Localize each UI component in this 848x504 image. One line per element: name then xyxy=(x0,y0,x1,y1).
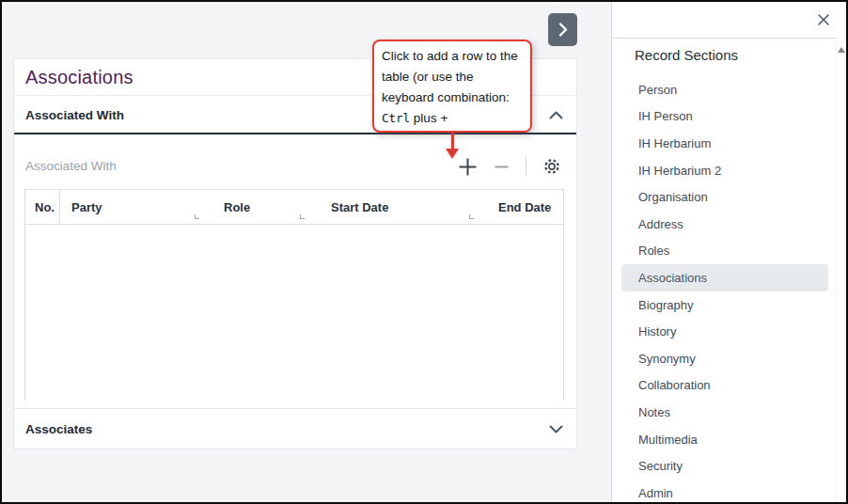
table-body-empty[interactable] xyxy=(25,225,563,401)
sidebar-item-organisation[interactable]: Organisation xyxy=(621,183,828,211)
sidebar-item-ih-herbarium-2[interactable]: IH Herbarium 2 xyxy=(621,157,828,184)
sidebar-item-history[interactable]: History xyxy=(621,318,828,345)
sidebar-item-synonymy[interactable]: Synonymy xyxy=(621,345,828,372)
section-label: Associated With xyxy=(25,108,124,122)
sidebar-item-roles[interactable]: Roles xyxy=(621,238,828,265)
page-title: Associations xyxy=(25,67,133,88)
grid-toolbar xyxy=(458,151,561,181)
tooltip-callout: Click to add a row to the table (or use … xyxy=(372,39,532,133)
sidebar-item-associations[interactable]: Associations xyxy=(621,264,828,291)
tooltip-text: keyboard combination: xyxy=(382,87,525,108)
sidebar-item-collaboration[interactable]: Collaboration xyxy=(621,372,828,400)
sidebar-item-ih-person[interactable]: IH Person xyxy=(621,103,828,131)
close-icon xyxy=(817,13,830,26)
table-header-row: No. Party Role Start Date End Date xyxy=(25,190,563,225)
sidebar-scrollbar[interactable] xyxy=(836,39,846,502)
close-panel-button[interactable] xyxy=(815,11,832,28)
sidebar-item-biography[interactable]: Biography xyxy=(621,291,828,319)
column-header-no[interactable]: No. xyxy=(25,190,60,224)
section-associates[interactable]: Associates xyxy=(14,408,576,449)
scroll-up-icon[interactable] xyxy=(838,47,845,53)
tooltip-text: table (or use the xyxy=(382,67,525,87)
sidebar-divider xyxy=(612,38,836,39)
column-header-start-date[interactable]: Start Date xyxy=(306,190,476,224)
sidebar-item-multimedia[interactable]: Multimedia xyxy=(621,426,828,453)
section-label: Associates xyxy=(25,422,92,436)
associated-with-table: No. Party Role Start Date End Date xyxy=(24,189,564,401)
sidebar-item-admin[interactable]: Admin xyxy=(621,480,828,504)
app-window: Associations Associated With Associated … xyxy=(0,0,848,504)
sidebar-item-person[interactable]: Person xyxy=(621,76,828,103)
column-resize-handle[interactable] xyxy=(300,214,305,219)
column-resize-handle[interactable] xyxy=(195,214,199,219)
column-header-end-date[interactable]: End Date xyxy=(476,190,563,224)
chevron-right-icon xyxy=(558,23,568,37)
expand-panel-button[interactable] xyxy=(548,13,577,46)
sidebar-item-ih-herbarium[interactable]: IH Herbarium xyxy=(621,130,828,157)
tooltip-text: Ctrl plus + xyxy=(382,108,525,129)
sidebar-title: Record Sections xyxy=(635,47,738,63)
plus-icon xyxy=(458,157,478,177)
grid-settings-button[interactable] xyxy=(542,157,561,176)
column-header-role[interactable]: Role xyxy=(201,190,306,224)
column-resize-handle[interactable] xyxy=(469,214,474,219)
record-sections-panel: Record Sections Person IH Person IH Herb… xyxy=(611,2,846,502)
sidebar-item-notes[interactable]: Notes xyxy=(621,399,828,426)
sidebar-item-security[interactable]: Security xyxy=(621,452,828,480)
sidebar-item-address[interactable]: Address xyxy=(621,211,828,238)
sidebar-list: Person IH Person IH Herbarium IH Herbari… xyxy=(612,76,835,504)
tooltip-arrow xyxy=(451,133,454,150)
tooltip-arrow-head xyxy=(446,149,459,159)
chevron-down-icon[interactable] xyxy=(549,425,563,433)
add-row-button[interactable] xyxy=(458,157,478,177)
minus-icon xyxy=(494,159,510,175)
toolbar-divider xyxy=(526,157,526,176)
grid-label: Associated With xyxy=(25,159,117,173)
chevron-up-icon[interactable] xyxy=(549,111,563,119)
gear-icon xyxy=(542,157,561,176)
tooltip-text: Click to add a row to the xyxy=(382,46,525,67)
remove-row-button[interactable] xyxy=(494,159,510,175)
column-header-party[interactable]: Party xyxy=(60,190,201,224)
